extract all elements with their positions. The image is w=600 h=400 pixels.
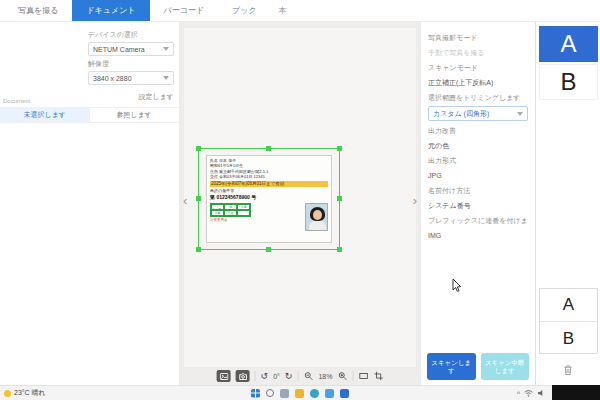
setting-trim-label: 選択範囲をトリミングします	[428, 90, 528, 105]
taskbar-clock-area[interactable]	[552, 385, 600, 400]
crop-handle-top-left[interactable]	[196, 146, 201, 151]
trim-mode-select[interactable]: カスタム (四角形)	[428, 106, 528, 121]
camera-preview-area: ‹ › 氏名 日本 花子 昭和61年5月1日生 住所 東京都千代田区霞が関2-1…	[180, 22, 420, 385]
license-category-table: 二・小・原 他 二種 中型 普通	[210, 203, 251, 217]
chevron-down-icon	[517, 112, 523, 116]
license-photo	[305, 203, 328, 231]
thumbnail-preview-box: A B	[539, 288, 598, 354]
setting-prefix-label: プレフィックスに連番を付けます	[428, 213, 528, 228]
resolution-select[interactable]: 3840 x 2880	[88, 71, 174, 85]
trim-mode-value: カスタム (四角形)	[433, 109, 489, 119]
crop-handle-mid-left[interactable]	[196, 196, 201, 201]
system-tray: ^	[517, 389, 546, 397]
crop-icon[interactable]	[373, 371, 383, 381]
thumbnail-page-b[interactable]: B	[539, 64, 598, 100]
setting-output-enhance-value[interactable]: 元の色	[428, 138, 528, 153]
wifi-icon[interactable]	[524, 389, 533, 397]
setting-output-enhance-label: 出力改善	[428, 123, 528, 138]
document-section-label: Document	[3, 98, 30, 104]
search-icon[interactable]	[266, 389, 274, 397]
mouse-cursor	[452, 278, 463, 296]
thumbnail-small-b[interactable]: B	[540, 322, 597, 355]
zoom-out-icon[interactable]	[303, 371, 313, 381]
license-authority-stamp: 公安委員会	[210, 218, 254, 223]
setting-output-format-label: 出力形式	[428, 153, 528, 168]
license-expiry-band: 2025年(令和07年)06月01日まで有効	[210, 181, 328, 187]
toolbar-separator	[297, 371, 298, 381]
resolution-label: 解像度	[88, 59, 174, 69]
setting-scan-mode-value[interactable]: 正立補正(上下反転A)	[428, 75, 528, 90]
chevron-down-icon	[163, 76, 169, 80]
zoom-in-icon[interactable]	[337, 371, 347, 381]
top-tab-bar: 写真を撮る ドキュメント バーコード ブック 本	[0, 0, 600, 22]
windows-taskbar: 23°C 晴れ ^	[0, 385, 600, 400]
preview-toolbar: ↺ 0° ↻ 18%	[217, 369, 384, 383]
zoom-percent-value: 18%	[318, 373, 332, 380]
crop-selection-box[interactable]: 氏名 日本 花子 昭和61年5月1日生 住所 東京都千代田区霞が関2-1-1 交…	[198, 148, 340, 250]
left-sidebar: デバイスの選択 NETUM Camera 解像度 3840 x 2880 設定し…	[0, 22, 180, 385]
rotate-left-icon[interactable]: ↺	[261, 371, 269, 381]
document-list-empty[interactable]	[0, 124, 179, 385]
crop-handle-bottom-right[interactable]	[337, 247, 342, 252]
license-category-cell	[237, 210, 250, 216]
license-category-cell: 普通	[224, 210, 237, 216]
camera-icon[interactable]	[236, 370, 250, 382]
tab-book[interactable]: ブック	[218, 0, 271, 21]
scan-settings-panel: 写真撮影モード 手動で写真を撮る スキャンモード 正立補正(上下反転A) 選択範…	[420, 22, 535, 385]
rotation-value: 0°	[273, 373, 280, 380]
setting-manual-capture[interactable]: 手動で写真を撮る	[428, 45, 528, 60]
trash-icon[interactable]	[563, 362, 574, 380]
chevron-down-icon	[163, 47, 169, 51]
thumbnail-small-a[interactable]: A	[540, 289, 597, 322]
license-bottom-section: 二・小・原 他 二種 中型 普通 公安委員会	[210, 203, 328, 231]
scanner-app-icon[interactable]	[340, 389, 349, 398]
start-menu-icon[interactable]	[251, 389, 260, 398]
photo-face	[313, 210, 322, 220]
crop-handle-bottom-left[interactable]	[196, 247, 201, 252]
next-arrow-button[interactable]: ›	[413, 194, 417, 207]
crop-handle-top-center[interactable]	[266, 146, 271, 151]
device-select-value: NETUM Camera	[93, 46, 145, 53]
crop-handle-bottom-center[interactable]	[266, 247, 271, 252]
crop-handle-top-right[interactable]	[337, 146, 342, 151]
setting-prefix-value[interactable]: IMG	[428, 228, 528, 243]
setting-output-format-value[interactable]: JPG	[428, 168, 528, 183]
tab-document[interactable]: ドキュメント	[72, 0, 149, 21]
scan-button[interactable]: スキャンします	[427, 353, 476, 380]
setting-naming-value[interactable]: システム番号	[428, 198, 528, 213]
rotate-right-icon[interactable]: ↻	[285, 371, 293, 381]
license-category-cell: 中型	[211, 210, 224, 216]
edge-browser-icon[interactable]	[310, 389, 319, 398]
license-issue-line: 交付 令和03年06月01日 12345	[210, 174, 328, 179]
image-icon[interactable]	[217, 370, 231, 382]
store-icon[interactable]	[325, 389, 334, 398]
settings-button[interactable]: 設定します	[88, 92, 174, 102]
drivers-license-card: 氏名 日本 花子 昭和61年5月1日生 住所 東京都千代田区霞が関2-1-1 交…	[206, 155, 332, 243]
tab-misc[interactable]: 本	[271, 0, 295, 21]
volume-icon[interactable]	[537, 389, 546, 397]
file-explorer-icon[interactable]	[295, 389, 304, 398]
resolution-select-value: 3840 x 2880	[93, 75, 132, 82]
tray-expand-icon[interactable]: ^	[517, 390, 520, 397]
weather-text: 23°C 晴れ	[14, 388, 46, 398]
thumbnail-page-a[interactable]: A	[539, 26, 598, 62]
device-settings-block: デバイスの選択 NETUM Camera 解像度 3840 x 2880 設定し…	[88, 27, 174, 102]
aspect-ratio-icon[interactable]	[358, 371, 368, 381]
stop-scan-button[interactable]: スキャン中断します	[481, 353, 530, 380]
tab-browse[interactable]: 参照します	[90, 108, 180, 122]
toolbar-separator	[352, 371, 353, 381]
prev-arrow-button[interactable]: ‹	[183, 194, 187, 207]
page-thumbnail-strip: A B A B	[535, 22, 600, 385]
device-select[interactable]: NETUM Camera	[88, 42, 174, 56]
tab-take-photo[interactable]: 写真を撮る	[4, 0, 72, 21]
license-number-line: 第 012345678900 号	[210, 194, 328, 201]
crop-handle-mid-right[interactable]	[337, 196, 342, 201]
taskbar-weather-widget[interactable]: 23°C 晴れ	[0, 388, 46, 398]
task-view-icon[interactable]	[280, 389, 289, 398]
photo-body	[309, 221, 326, 231]
tab-unselected[interactable]: 未選択します	[0, 108, 90, 122]
tab-barcode[interactable]: バーコード	[150, 0, 219, 21]
setting-photo-mode-label: 写真撮影モード	[428, 30, 528, 45]
toolbar-separator	[255, 371, 256, 381]
scan-actions: スキャンします スキャン中断します	[421, 353, 535, 380]
